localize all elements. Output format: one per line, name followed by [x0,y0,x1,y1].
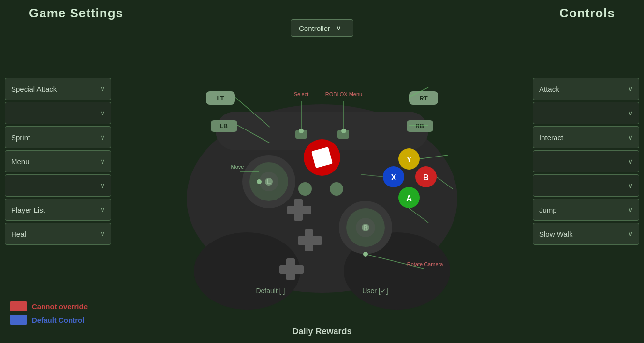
controller-area: LT LB RT RB L R [158,49,486,310]
rb-control[interactable]: ∨ [533,102,639,124]
lb-chevron: ∨ [100,109,105,117]
left-panel: Special Attack ∨ ∨ Sprint ∨ Menu ∨ ∨ Pla… [0,49,111,245]
svg-point-58 [299,129,304,133]
player-list-chevron: ∨ [100,206,105,214]
svg-point-27 [330,182,343,196]
menu-label: Menu [11,157,29,166]
cannot-override-color [10,301,27,311]
svg-text:LB: LB [220,123,228,129]
svg-text:Select: Select [294,91,309,97]
sprint-label: Sprint [11,133,30,142]
svg-point-59 [341,129,346,133]
interact-chevron: ∨ [628,133,633,141]
svg-text:RB: RB [415,123,424,129]
attack-chevron: ∨ [628,85,633,93]
svg-text:Y: Y [407,156,412,164]
cannot-override-label: Cannot override [32,302,88,311]
footer-bar: Daily Rewards [0,320,644,343]
slow-walk-control[interactable]: Slow Walk ∨ [533,223,639,245]
svg-rect-33 [286,258,295,280]
attack-label: Attack [539,85,559,93]
lb-control[interactable]: ∨ [5,102,111,124]
controls-title: Controls [559,6,615,21]
right-panel: Attack ∨ ∨ Interact ∨ ∨ ∨ Jump ∨ Slow Wa… [533,49,644,245]
svg-rect-31 [305,229,313,251]
special-attack-label: Special Attack [11,85,57,93]
default-control-item: Default Control [10,315,88,325]
dpad-left-control[interactable]: ∨ [5,174,111,197]
cannot-override-item: Cannot override [10,301,88,311]
sprint-chevron: ∨ [100,133,105,141]
svg-text:L: L [267,178,271,186]
jump-chevron: ∨ [628,206,633,214]
sprint-control[interactable]: Sprint ∨ [5,126,111,148]
user-label: User [✓] [362,287,388,295]
svg-text:A: A [406,194,412,202]
svg-point-60 [257,179,262,184]
b-chevron: ∨ [628,182,633,189]
player-list-control[interactable]: Player List ∨ [5,199,111,221]
default-user-labels: Default [ ] User [✓] [256,287,388,295]
controller-dropdown-label: Controller [299,24,330,32]
special-attack-control[interactable]: Special Attack ∨ [5,78,111,100]
heal-label: Heal [11,230,26,238]
rb-chevron: ∨ [628,109,633,117]
menu-control[interactable]: Menu ∨ [5,150,111,172]
jump-label: Jump [539,206,557,214]
default-control-label: Default Control [32,316,84,324]
svg-text:R: R [363,224,368,231]
default-label: Default [ ] [256,287,285,295]
game-settings-title: Game Settings [29,6,123,21]
y-chevron: ∨ [628,157,633,165]
svg-text:Move: Move [231,164,244,170]
controller-dropdown[interactable]: Controller ∨ [291,19,353,37]
svg-text:B: B [423,173,429,182]
default-control-color [10,315,27,325]
slow-walk-chevron: ∨ [628,230,633,238]
interact-control[interactable]: Interact ∨ [533,126,639,148]
special-attack-chevron: ∨ [100,85,105,93]
menu-chevron: ∨ [100,157,105,165]
chevron-down-icon: ∨ [336,24,341,32]
legend: Cannot override Default Control [10,301,88,329]
svg-text:RT: RT [419,95,427,102]
attack-control[interactable]: Attack ∨ [533,78,639,100]
svg-text:ROBLOX Menu: ROBLOX Menu [325,91,362,97]
player-list-label: Player List [11,206,45,214]
svg-rect-29 [294,199,303,221]
daily-rewards-label: Daily Rewards [292,327,351,337]
jump-control[interactable]: Jump ∨ [533,199,639,221]
svg-text:LT: LT [217,95,224,102]
svg-text:X: X [391,173,396,182]
svg-point-26 [298,182,312,196]
heal-chevron: ∨ [100,230,105,238]
dpad-left-chevron: ∨ [100,182,105,189]
b-control[interactable]: ∨ [533,174,639,197]
y-control[interactable]: ∨ [533,150,639,172]
interact-label: Interact [539,133,563,142]
heal-control[interactable]: Heal ∨ [5,223,111,245]
slow-walk-label: Slow Walk [539,230,572,238]
svg-text:Rotate Camera: Rotate Camera [407,261,443,267]
svg-point-61 [363,252,368,257]
